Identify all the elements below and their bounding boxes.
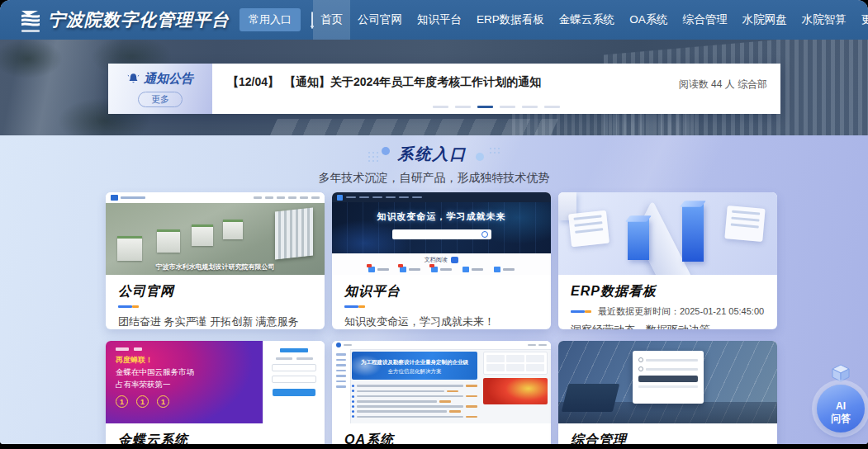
company-site-thumbnail: 宁波市水利水电规划设计研究院有限公司 [106,192,325,275]
ai-qa-button[interactable]: AI 问答 [817,385,865,432]
kingdee-login-button [273,389,315,396]
kingdee-highlight: 再度蝉联！ [116,355,263,366]
nav-item-knowledge[interactable]: 知识平台 [410,0,469,40]
kingdee-login-panel [263,341,325,423]
card-desc: 团结奋进 务实严谨 开拓创新 满意服务 [118,314,312,329]
card-desc: 知识改变命运，学习成就未来！ [344,314,538,329]
nav-item-company-site[interactable]: 公司官网 [350,0,410,40]
card-title: 知识平台 [344,283,538,300]
erp-floating-panel [724,206,765,242]
app-title: 宁波院数字化管理平台 [48,8,230,31]
oa-banner-line1: 为工程建设及勘察设计企业量身定制的企业级 [352,359,477,366]
laptop-silhouette [562,384,619,412]
pager-dash-1[interactable] [433,106,448,108]
card-erp-dashboard[interactable]: ERP数据看板 最近数据更新时间：2025-01-21 05:45:00 洞察经… [558,192,777,329]
card-desc: 洞察经营动态，数据驱动决策 [571,323,765,329]
nav-item-integrated-mgmt[interactable]: 综合管理 [676,0,735,40]
ai-label-line1: AI [836,400,846,412]
title-deco-right [474,145,502,163]
notice-date: 【12/04】 [227,75,279,88]
nav-item-erp-dashboard[interactable]: ERP数据看板 [469,0,552,40]
thumb-search-bar [392,229,491,239]
company-logo-icon[interactable] [20,5,41,35]
card-knowledge-platform[interactable]: 知识改变命运，学习成就未来 文档阅读 [332,192,551,329]
app-window: 宁波院数字化管理平台 常用入口 首页 公司官网 知识平台 ERP数据看板 金蝶云… [0,0,868,449]
section-subtitle: 多年技术沉淀，自研产品，形成独特技术优势 [0,171,868,186]
erp-bar-chart [628,219,649,260]
mobile-device-icon[interactable] [311,12,313,29]
mini-login-button [638,376,698,382]
kingdee-line1: 金蝶在中国云服务市场 [116,367,263,378]
pager-dash-2[interactable] [455,106,471,108]
card-title: OA系统 [344,432,538,444]
oa-red-banner [483,378,548,404]
card-company-site[interactable]: 宁波市水利水电规划设计研究院有限公司 公司官网 团结奋进 务实严谨 开拓创新 满… [106,192,325,329]
kingdee-thumbnail: 再度蝉联！ 金蝶在中国云服务市场 占有率荣获第一 1 1 1 [106,341,325,423]
notice-banner-card: 通知公告 更多 【12/04】【通知】关于2024年员工年度考核工作计划的通知 … [108,64,780,114]
erp-update-time: 最近数据更新时间：2025-01-21 05:45:00 [598,305,764,318]
nav-item-more[interactable]: 更多 [854,0,868,40]
integrated-mgmt-thumbnail [558,341,777,423]
notice-body: 【12/04】【通知】关于2024年员工年度考核工作计划的通知 阅读数 44 人… [212,64,780,114]
mini-login-box [633,351,704,404]
oa-quick-grid [483,352,548,375]
nav-item-kingdee-cloud[interactable]: 金蝶云系统 [552,0,623,40]
notice-pager [433,106,560,108]
thumb-count-badge [451,257,459,263]
search-icon [481,231,488,238]
notice-header-panel: 通知公告 更多 [108,64,212,114]
ai-assistant-widget[interactable]: AI 问答 [814,363,867,442]
thumb-caption: 宁波市水利水电规划设计研究院有限公司 [106,262,325,272]
thumb-headline: 知识改变命运，学习成就未来 [332,202,551,223]
system-entry-section: 系统入口 多年技术沉淀，自研产品，形成独特技术优势 [0,135,868,444]
oa-banner-line2: 全方位信息化解决方案 [352,368,477,376]
notice-more-button[interactable]: 更多 [138,92,183,107]
card-oa-system[interactable]: 为工程建设及勘察设计企业量身定制的企业级 全方位信息化解决方案 [332,341,551,444]
knowledge-thumbnail: 知识改变命运，学习成就未来 文档阅读 [332,192,551,275]
logo-glyph [20,8,41,28]
nav-item-netdisk[interactable]: 水院网盘 [735,0,794,40]
erp-update-row: 最近数据更新时间：2025-01-21 05:45:00 [571,305,765,318]
card-kingdee-cloud[interactable]: 再度蝉联！ 金蝶在中国云服务市场 占有率荣获第一 1 1 1 [106,341,325,444]
erp-floating-panel [568,210,609,248]
erp-bar-chart [682,204,704,262]
thumb-logo [111,195,118,201]
thumb-badge-label: 文档阅读 [425,256,448,264]
nav-item-home[interactable]: 首页 [313,0,350,40]
title-deco-left [367,146,391,163]
system-cards-grid: 宁波市水利水电规划设计研究院有限公司 公司官网 团结奋进 务实严谨 开拓创新 满… [106,192,777,444]
top-navbar: 宁波院数字化管理平台 常用入口 首页 公司官网 知识平台 ERP数据看板 金蝶云… [0,0,868,40]
ai-label-line2: 问答 [831,412,851,426]
card-title: 公司官网 [118,283,312,300]
oa-thumbnail: 为工程建设及勘察设计企业量身定制的企业级 全方位信息化解决方案 [332,341,551,423]
pager-dash-3-active[interactable] [477,106,493,108]
notice-section-label: 通知公告 [144,71,193,87]
notice-title: 【通知】关于2024年员工年度考核工作计划的通知 [284,75,541,88]
hero-banner: 通知公告 更多 【12/04】【通知】关于2024年员工年度考核工作计划的通知 … [0,40,868,135]
card-accent-dash [118,305,312,308]
pager-dash-5[interactable] [522,106,538,108]
notice-bell-icon [127,73,140,85]
main-nav: 首页 公司官网 知识平台 ERP数据看板 金蝶云系统 OA系统 综合管理 水院网… [313,0,868,40]
card-title: 综合管理 [571,432,765,444]
logo-subtext [21,30,40,32]
hero-rooftops [268,119,558,135]
section-title: 系统入口 [398,144,467,165]
card-title: 金蝶云系统 [118,432,312,444]
kingdee-medals: 1 1 1 [116,395,263,408]
notice-read-meta: 阅读数 44 人 综合部 [679,78,767,92]
card-title: ERP数据看板 [571,283,765,300]
card-integrated-mgmt[interactable]: 综合管理 [558,341,777,444]
oa-doc-list [352,382,477,418]
kingdee-line2: 占有率荣获第一 [116,380,263,390]
nav-item-oa[interactable]: OA系统 [622,0,676,40]
pager-dash-6[interactable] [544,106,560,108]
erp-thumbnail [558,192,777,275]
notice-item[interactable]: 【12/04】【通知】关于2024年员工年度考核工作计划的通知 [227,75,541,90]
pager-dash-4[interactable] [500,106,515,108]
page: 宁波院数字化管理平台 常用入口 首页 公司官网 知识平台 ERP数据看板 金蝶云… [0,0,868,444]
nav-item-smart-compute[interactable]: 水院智算 [794,0,854,40]
quick-entry-button[interactable]: 常用入口 [240,8,301,31]
card-accent-dash [344,305,538,308]
